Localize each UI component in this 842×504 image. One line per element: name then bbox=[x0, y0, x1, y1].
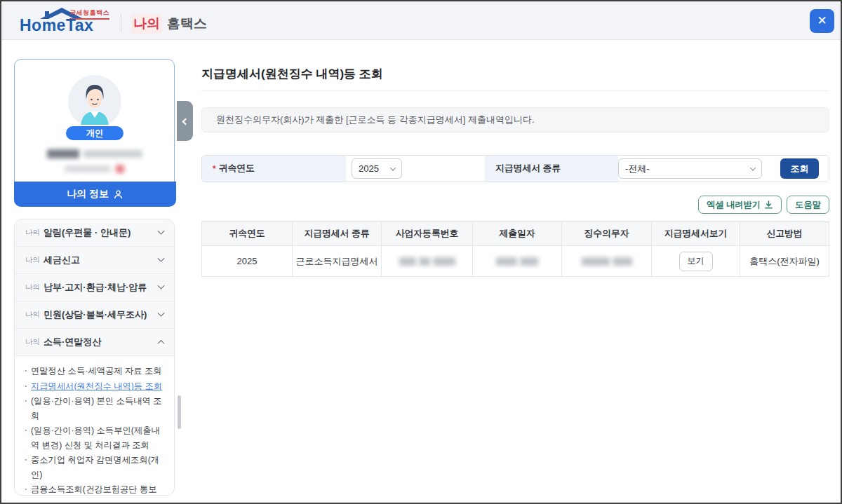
download-icon bbox=[764, 200, 773, 210]
statement-type-select[interactable]: -전체- bbox=[618, 158, 762, 179]
col-header-business-no: 사업자등록번호 bbox=[382, 222, 473, 245]
chevron-down-icon bbox=[390, 165, 396, 170]
brand-red-text: 나의 bbox=[131, 14, 162, 34]
submenu-own-income[interactable]: (일용·간이·용역) 본인 소득내역 조회 bbox=[24, 394, 165, 423]
my-hometax-title: 나의 홈택스 bbox=[131, 14, 207, 35]
cell-year: 2025 bbox=[201, 246, 293, 276]
table-header-row: 귀속연도 지급명세서 종류 사업자등록번호 제출일자 징수의무자 지급명세서보기… bbox=[201, 222, 829, 246]
info-notice: 원천징수의무자(회사)가 제출한 [근로소득 등 각종지급명세서] 제출내역입니… bbox=[201, 107, 829, 132]
redacted-user-detail bbox=[15, 165, 174, 173]
chevron-up-icon bbox=[158, 339, 165, 346]
hometax-logo[interactable]: 국세청홈택스 HomeTax 나의 홈택스 bbox=[20, 7, 207, 35]
header-bar: 국세청홈택스 HomeTax 나의 홈택스 ✕ bbox=[1, 1, 841, 40]
help-button[interactable]: 도움말 bbox=[787, 196, 829, 214]
avatar bbox=[68, 75, 121, 128]
submenu-income-denial-request[interactable]: (일용·간이·용역) 소득부인(제출내역 변경) 신청 및 처리결과 조회 bbox=[24, 423, 165, 452]
person-icon bbox=[113, 189, 123, 200]
col-header-submit-date: 제출일자 bbox=[473, 222, 562, 245]
required-mark: * bbox=[213, 164, 216, 174]
sidebar-item-payment[interactable]: 나의 납부·고지·환급·체납·압류 bbox=[15, 274, 174, 301]
close-button[interactable]: ✕ bbox=[810, 9, 834, 33]
redacted-user-name bbox=[15, 149, 174, 158]
col-header-method: 신고방법 bbox=[740, 222, 829, 245]
cell-type: 근로소득지급명세서 bbox=[293, 246, 382, 276]
col-header-year: 귀속연도 bbox=[201, 222, 293, 245]
income-yearend-submenu: 연말정산 소득·세액공제 자료 조회 지급명세서(원천징수 내역)등 조회 (일… bbox=[15, 356, 174, 496]
sidebar-collapse-button[interactable] bbox=[177, 101, 193, 141]
my-info-label: 나의 정보 bbox=[67, 188, 109, 200]
title-divider bbox=[201, 90, 829, 91]
cell-submit-date-redacted bbox=[473, 246, 562, 276]
my-info-button[interactable]: 나의 정보 bbox=[14, 182, 176, 207]
view-statement-button[interactable]: 보기 bbox=[679, 252, 713, 271]
statements-table: 귀속연도 지급명세서 종류 사업자등록번호 제출일자 징수의무자 지급명세서보기… bbox=[201, 222, 829, 277]
brand-rest-text: 홈택스 bbox=[167, 15, 207, 34]
sidebar-menu: 나의 알림(우편물 · 안내문) 나의 세금신고 나의 납부·고지·환급·체납·… bbox=[14, 219, 175, 496]
year-filter-label: * 귀속연도 bbox=[202, 156, 346, 182]
chevron-down-icon bbox=[158, 282, 165, 289]
cell-method: 홈택스(전자파일) bbox=[740, 246, 829, 276]
type-filter-label: 지급명세서 종류 bbox=[485, 156, 618, 182]
profile-card: 개인 나의 정보 bbox=[14, 59, 175, 207]
chevron-down-icon bbox=[158, 309, 165, 316]
submenu-yearend-data[interactable]: 연말정산 소득·세액공제 자료 조회 bbox=[24, 364, 165, 379]
cell-business-no-redacted bbox=[382, 246, 473, 276]
table-row: 2025 근로소득지급명세서 보기 홈택스(전자파일) bbox=[201, 246, 829, 277]
search-button[interactable]: 조회 bbox=[780, 158, 819, 179]
user-type-badge: 개인 bbox=[65, 125, 125, 142]
submenu-sme-reduction[interactable]: 중소기업 취업자 감면명세조회(개인) bbox=[24, 453, 165, 482]
logo-divider bbox=[121, 14, 121, 32]
chevron-down-icon bbox=[750, 165, 756, 170]
col-header-type: 지급명세서 종류 bbox=[293, 222, 382, 245]
table-actions: 엑셀 내려받기 도움말 bbox=[201, 196, 829, 214]
excel-download-button[interactable]: 엑셀 내려받기 bbox=[698, 196, 782, 214]
chevron-down-icon bbox=[158, 254, 165, 261]
col-header-view: 지급명세서보기 bbox=[652, 222, 740, 245]
close-icon: ✕ bbox=[817, 14, 827, 27]
page-title: 지급명세서(원천징수 내역)등 조회 bbox=[201, 66, 383, 82]
year-select[interactable]: 2025 bbox=[352, 158, 402, 179]
submenu-payment-statement[interactable]: 지급명세서(원천징수 내역)등 조회 bbox=[24, 379, 165, 394]
sidebar-item-civil-affairs[interactable]: 나의 민원(상담·불복·세무조사) bbox=[15, 301, 174, 329]
sidebar-item-tax-filing[interactable]: 나의 세금신고 bbox=[15, 247, 174, 274]
submenu-financial-income[interactable]: 금융소득조회(건강보험공단 통보자료) bbox=[24, 482, 165, 496]
logo-brand-text: HomeTax bbox=[20, 16, 93, 35]
col-header-withholder: 징수의무자 bbox=[562, 222, 652, 245]
sidebar-item-income-yearend[interactable]: 나의 소득·연말정산 bbox=[15, 329, 174, 356]
cell-withholder-redacted bbox=[562, 246, 652, 276]
search-filter-bar: * 귀속연도 2025 지급명세서 종류 -전체- 조회 bbox=[201, 155, 829, 182]
chevron-down-icon bbox=[158, 227, 165, 234]
sidebar-scrollbar[interactable] bbox=[178, 395, 181, 429]
hometax-popup-window: 국세청홈택스 HomeTax 나의 홈택스 ✕ 개인 bbox=[0, 0, 842, 504]
sidebar-item-alerts[interactable]: 나의 알림(우편물 · 안내문) bbox=[15, 219, 174, 247]
chevron-left-icon bbox=[182, 118, 189, 125]
